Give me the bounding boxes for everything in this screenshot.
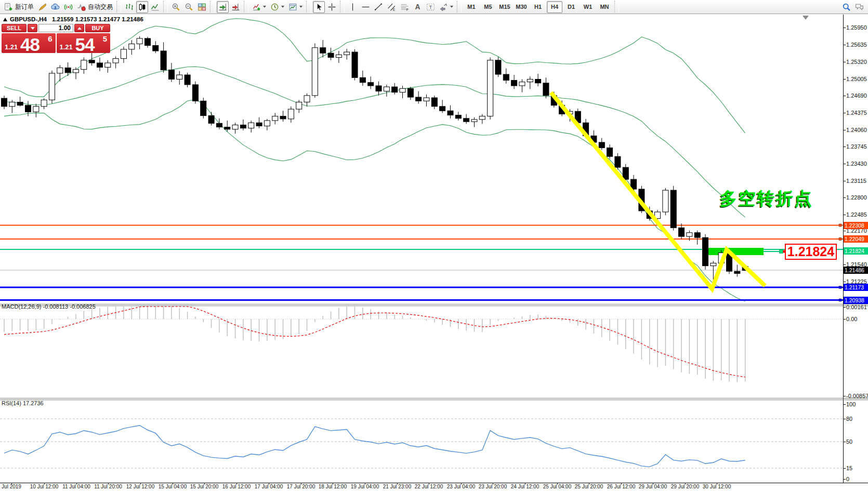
volume-decrease-button[interactable]: [28, 24, 37, 32]
toolbar-separator: [457, 1, 462, 12]
new-order-button[interactable]: 新订单: [3, 1, 35, 13]
macd-signal-line: [4, 307, 745, 377]
horizontal-line-button[interactable]: [360, 1, 372, 13]
chart-ohlc-values: 1.21559 1.21573 1.21477 1.21486: [52, 16, 143, 22]
search-button[interactable]: [840, 1, 852, 13]
dropdown-caret-icon: [450, 6, 453, 8]
autotrading-button[interactable]: 自动交易: [75, 1, 114, 13]
bollinger-lower-band: [4, 99, 745, 301]
chart-shift-button[interactable]: [230, 1, 242, 13]
search-icon: [842, 3, 851, 11]
zoom-in-icon: [172, 3, 180, 11]
sell-price-panel[interactable]: 1.21 48 6: [2, 33, 56, 53]
symbol-triangle-icon: [3, 18, 7, 21]
price-badge: 1.21173: [844, 284, 868, 291]
sell-button[interactable]: SELL: [2, 24, 27, 32]
chart-shift-marker[interactable]: [803, 16, 809, 20]
vertical-line-button[interactable]: [347, 1, 359, 13]
tile-windows-button[interactable]: [196, 1, 208, 13]
label-button[interactable]: T: [425, 1, 437, 13]
buy-price-prefix: 1.21: [60, 43, 73, 51]
line-chart-button[interactable]: [149, 1, 161, 13]
candlesticks: [2, 36, 748, 282]
tf-m1-button[interactable]: M1: [464, 1, 479, 13]
signals-icon: [64, 3, 73, 11]
zoom-out-icon: [185, 3, 193, 11]
chat-button[interactable]: [853, 1, 865, 13]
trendline-button[interactable]: [373, 1, 385, 13]
resistance-line-1-handle[interactable]: [839, 224, 841, 227]
fibonacci-button[interactable]: F: [399, 1, 411, 13]
channel-button[interactable]: E: [386, 1, 398, 13]
up-arrow-icon: [77, 27, 82, 30]
shapes-icon: [439, 3, 448, 11]
autotrading-icon: [77, 3, 86, 11]
indicators-button[interactable]: [251, 1, 268, 13]
svg-text:T: T: [429, 4, 432, 10]
rsi-line: [4, 426, 745, 467]
tf-h4-button[interactable]: H4: [547, 1, 562, 13]
rsi-indicator-label: RSI(14) 17.2736: [2, 400, 44, 406]
chart-canvas[interactable]: [0, 0, 868, 491]
sell-price-big: 48: [20, 34, 40, 53]
volume-input[interactable]: [38, 24, 73, 32]
one-click-trading-panel: SELL BUY 1.21 48 6 1.21 54 5: [2, 24, 110, 53]
turning-point-annotation[interactable]: 多空转折点: [720, 187, 813, 210]
dropdown-caret-icon: [263, 6, 266, 8]
zoom-in-button[interactable]: [170, 1, 182, 13]
templates-button[interactable]: [287, 1, 304, 13]
main-toolbar: 新订单自动交易EFATM1M5M15M30H1H4D1W1MN: [0, 0, 868, 14]
periods-button[interactable]: [269, 1, 286, 13]
price-badge: 1.20938: [844, 297, 868, 304]
cursor-icon: [314, 3, 323, 11]
candle-chart-button[interactable]: [136, 1, 148, 13]
price-callout-box[interactable]: 1.21824: [785, 244, 837, 260]
support-line-1-handle[interactable]: [839, 286, 841, 289]
text-button[interactable]: A: [412, 1, 424, 13]
svg-text:F: F: [406, 7, 409, 11]
crosshair-button[interactable]: [326, 1, 338, 13]
buy-price-panel[interactable]: 1.21 54 5: [57, 33, 111, 53]
zoom-out-button[interactable]: [183, 1, 195, 13]
callout-anchor-green[interactable]: [780, 250, 783, 254]
market-watch-button[interactable]: [36, 1, 48, 13]
tf-m15-button[interactable]: M15: [497, 1, 512, 13]
community-icon: [51, 3, 60, 11]
buy-button[interactable]: BUY: [85, 24, 110, 32]
toolbar-separator: [210, 1, 215, 12]
green-highlight-bar[interactable]: [707, 248, 764, 255]
svg-text:A: A: [415, 3, 420, 11]
auto-scroll-button[interactable]: [217, 1, 229, 13]
cursor-button[interactable]: [313, 1, 325, 13]
price-badge: 1.21824: [844, 247, 868, 255]
tf-h1-button[interactable]: H1: [530, 1, 546, 13]
chart-title: GBPUSD-,H4 1.21559 1.21573 1.21477 1.214…: [3, 16, 143, 22]
dropdown-caret-icon: [299, 6, 303, 8]
support-line-2-handle[interactable]: [839, 299, 841, 301]
volume-increase-button[interactable]: [74, 24, 84, 32]
dropdown-caret-icon: [281, 6, 284, 8]
tf-mn-button[interactable]: MN: [597, 1, 612, 13]
tf-w1-button[interactable]: W1: [580, 1, 596, 13]
buy-price-big: 54: [75, 34, 95, 53]
new-order-button-label: 新订单: [15, 3, 34, 11]
mql5-community-button[interactable]: [49, 1, 61, 13]
bar-chart-icon: [125, 3, 134, 11]
tf-d1-button[interactable]: D1: [563, 1, 579, 13]
trendline-icon: [374, 3, 383, 11]
bar-chart-button[interactable]: [123, 1, 135, 13]
periods-icon: [270, 3, 279, 11]
tf-m5-button[interactable]: M5: [480, 1, 496, 13]
gold-arrow-icon: [38, 3, 47, 11]
autotrading-button-label: 自动交易: [88, 3, 113, 11]
candle-chart-icon: [138, 3, 147, 11]
chart-symbol-period: GBPUSD-,H4: [10, 16, 47, 22]
buy-price-pip: 5: [103, 34, 107, 43]
signals-button[interactable]: [62, 1, 74, 13]
shapes-button[interactable]: [438, 1, 455, 13]
resistance-line-2-handle[interactable]: [839, 238, 841, 241]
macd-histogram: [4, 307, 745, 382]
tf-m30-button[interactable]: M30: [514, 1, 529, 13]
toolbar-separator: [244, 1, 248, 12]
bollinger-upper-band: [4, 19, 745, 134]
